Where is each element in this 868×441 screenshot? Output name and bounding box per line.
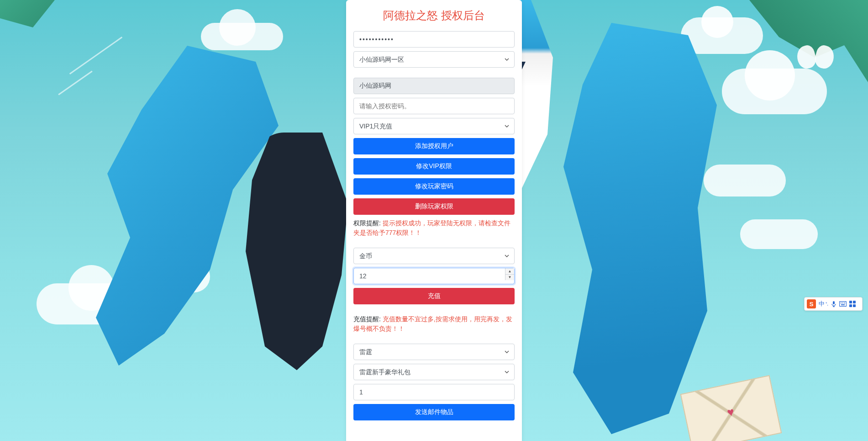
user-section: VIP1只充值 添加授权用户 修改VIP权限 修改玩家密码 删除玩家权限 权限提…	[353, 78, 515, 238]
admin-panel: 阿德拉之怒 授权后台 小仙源码网一区 VIP1只充值 添加授权用户 修改VIP权…	[346, 0, 522, 441]
mail-category-select[interactable]: 雷霆	[353, 344, 515, 360]
vip-level-select[interactable]: VIP1只充值	[353, 118, 515, 134]
ime-lang-toggle[interactable]: 中°,	[819, 300, 828, 308]
ime-mic-icon[interactable]	[831, 301, 836, 307]
leaves-left	[0, 0, 55, 46]
ime-toolbar[interactable]: S 中°,	[804, 297, 863, 311]
note-label: 充值提醒:	[353, 315, 383, 323]
cloud	[740, 219, 818, 249]
svg-rect-3	[842, 303, 843, 303]
recharge-note: 充值提醒: 充值数量不宜过多,按需求使用，用完再发，发爆号概不负责！！	[353, 314, 515, 334]
auth-section: 小仙源码网一区	[353, 31, 515, 68]
auth-password-input[interactable]	[353, 98, 515, 114]
ime-logo-icon[interactable]: S	[807, 299, 816, 308]
username-input[interactable]	[353, 78, 515, 94]
number-spinner[interactable]: ▲▼	[505, 268, 514, 280]
ime-menu-icon[interactable]	[849, 301, 856, 307]
light-streak	[58, 70, 92, 95]
recharge-section: 金币 ▲▼ 充值 充值提醒: 充值数量不宜过多,按需求使用，用完再发，发爆号概不…	[353, 248, 515, 334]
zone-select[interactable]: 小仙源码网一区	[353, 51, 515, 68]
recharge-button[interactable]: 充值	[353, 288, 515, 304]
svg-rect-2	[841, 303, 842, 303]
note-label: 权限提醒:	[353, 219, 383, 227]
mail-item-select[interactable]: 雷霆新手豪华礼包	[353, 364, 515, 380]
permission-note: 权限提醒: 提示授权成功，玩家登陆无权限，请检查文件夹是否给予777权限！！	[353, 218, 515, 238]
add-auth-user-button[interactable]: 添加授权用户	[353, 138, 515, 154]
svg-rect-4	[844, 303, 845, 303]
mail-section: 雷霆 雷霆新手豪华礼包 发送邮件物品	[353, 344, 515, 420]
modify-vip-button[interactable]: 修改VIP权限	[353, 158, 515, 175]
delete-permission-button[interactable]: 删除玩家权限	[353, 198, 515, 215]
currency-select[interactable]: 金币	[353, 248, 515, 264]
spinner-down-icon[interactable]: ▼	[505, 275, 514, 281]
modify-password-button[interactable]: 修改玩家密码	[353, 178, 515, 195]
page-title: 阿德拉之怒 授权后台	[353, 8, 515, 23]
send-mail-button[interactable]: 发送邮件物品	[353, 404, 515, 420]
mail-qty-input[interactable]	[353, 384, 515, 400]
amount-input[interactable]	[353, 268, 515, 284]
svg-rect-1	[840, 302, 847, 307]
ime-keyboard-icon[interactable]	[839, 301, 847, 307]
admin-password-input[interactable]	[353, 31, 515, 48]
butterfly-icon	[797, 46, 834, 78]
spinner-up-icon[interactable]: ▲	[505, 268, 514, 275]
svg-rect-0	[833, 301, 835, 304]
svg-rect-5	[841, 304, 845, 305]
